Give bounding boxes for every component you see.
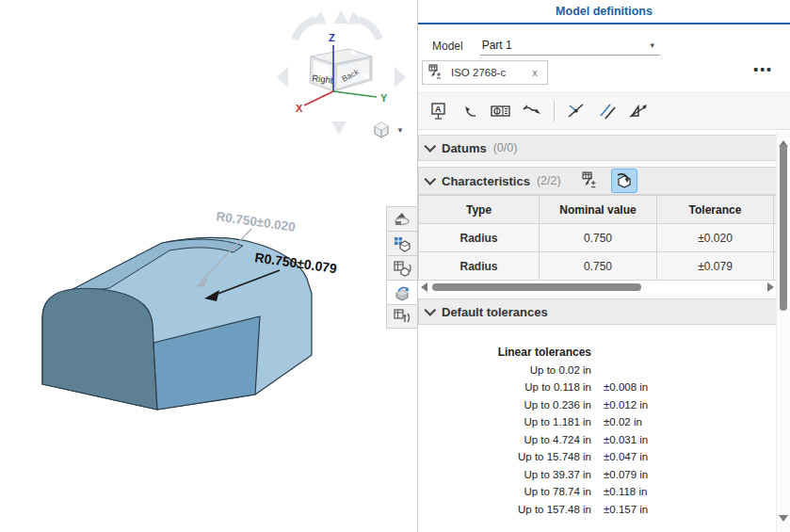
tolerance-value: ±0.008 in	[604, 379, 726, 396]
pmi-toolbar: A	[418, 92, 790, 130]
pan-left-arrow-icon[interactable]	[277, 67, 288, 88]
vertical-scroll-thumb[interactable]	[780, 145, 787, 311]
tolerance-standard-icon[interactable]	[579, 169, 604, 192]
characteristics-actions	[579, 169, 637, 193]
section-characteristics[interactable]: Characteristics (2/2)	[418, 167, 777, 195]
horizontal-scrollbar[interactable]	[418, 282, 777, 293]
auto-characteristic-icon[interactable]	[611, 169, 637, 193]
datums-title: Datums	[442, 141, 487, 155]
tolerance-value: ±0.118 in	[604, 483, 726, 501]
model-dropdown-value: Part 1	[482, 39, 512, 52]
standard-chip-label: ISO 2768-c	[451, 67, 506, 78]
toolbar-separator	[554, 101, 555, 121]
axis-y-label: Y	[380, 92, 388, 104]
definition-table-icon	[393, 259, 411, 278]
tolerance-range: Up to 0.236 in	[418, 396, 591, 414]
view-options-cube-icon	[371, 120, 392, 140]
linear-tolerance-row: Up to 39.37 in±0.079 in	[418, 466, 777, 484]
view-options-button[interactable]: ▼	[371, 119, 411, 141]
vertical-scrollbar[interactable]	[776, 132, 790, 532]
scroll-right-arrow-icon[interactable]	[767, 282, 774, 292]
model-dropdown[interactable]: Part 1 ▼	[480, 37, 660, 56]
feature-control-frame-icon[interactable]	[490, 100, 512, 122]
characteristics-table: Type Nominal value Tolerance Radius 0.75…	[418, 195, 778, 281]
note-leader-icon[interactable]	[521, 100, 543, 122]
tolerance-value: ±0.031 in	[604, 431, 726, 449]
table-header-row: Type Nominal value Tolerance	[419, 196, 778, 224]
linear-tolerance-row: Up to 4.724 in±0.031 in	[418, 431, 777, 449]
axis-x-line	[304, 91, 333, 105]
tolerance-standard-chip[interactable]: ISO 2768-c x	[422, 60, 548, 85]
column-header-type[interactable]: Type	[419, 196, 540, 224]
section-default-tolerances[interactable]: Default tolerances	[418, 298, 777, 325]
linear-tolerances-title: Linear tolerances	[418, 344, 591, 362]
chevron-down-icon	[424, 173, 436, 185]
tab-definition-table[interactable]	[386, 255, 418, 280]
tolerance-value	[604, 362, 726, 379]
tolerance-value: ±0.047 in	[604, 448, 726, 466]
intersection-line-icon[interactable]	[565, 100, 588, 122]
close-icon[interactable]: x	[532, 67, 538, 78]
tolerance-range: Up to 1.181 in	[418, 413, 591, 431]
cell-type[interactable]: Radius	[419, 252, 540, 281]
appearance-icon	[393, 210, 411, 229]
primitives-cube-icon	[393, 234, 411, 253]
tab-appearance[interactable]	[386, 206, 418, 231]
pan-down-arrow-icon[interactable]	[331, 121, 347, 135]
tolerance-value: ±0.02 in	[604, 413, 726, 431]
tab-tolerance-table[interactable]	[386, 304, 418, 329]
cell-tolerance[interactable]: ±0.079	[657, 252, 774, 281]
column-header-nominal[interactable]: Nominal value	[540, 196, 657, 224]
default-tolerances-title: Default tolerances	[442, 305, 548, 319]
linear-tolerance-row: Up to 1.181 in±0.02 in	[418, 413, 777, 431]
section-datums[interactable]: Datums (0/0)	[418, 135, 777, 161]
tolerance-range: Up to 78.74 in	[418, 483, 591, 501]
axis-y-line	[333, 91, 377, 97]
radius-label-1[interactable]: R0.750±0.020	[216, 209, 297, 234]
datum-feature-icon[interactable]: A	[427, 100, 450, 122]
cell-nominal[interactable]: 0.750	[540, 252, 657, 281]
panel-tab-strip	[386, 206, 418, 329]
tolerance-range: Up to 39.37 in	[418, 466, 591, 484]
table-row[interactable]: Radius 0.750 ±0.020	[419, 224, 778, 252]
model-label: Model	[432, 40, 463, 53]
linear-tolerance-row: Up to 0.236 in±0.012 in	[418, 396, 777, 414]
scroll-left-arrow-icon[interactable]	[421, 282, 427, 292]
axis-z-label: Z	[329, 32, 335, 43]
part-end-cap-face[interactable]	[42, 288, 157, 410]
linear-tolerance-row: Up to 0.02 in	[418, 362, 777, 379]
column-header-tolerance[interactable]: Tolerance	[657, 196, 774, 224]
table-row[interactable]: Radius 0.750 ±0.079	[419, 252, 778, 281]
viewcube-corner-dot	[363, 73, 369, 79]
tolerance-standard-icon	[428, 64, 445, 81]
page-title: Model definitions	[556, 5, 653, 18]
pan-up-arrow-icon[interactable]	[333, 10, 348, 24]
linear-tolerance-row: Up to 0.118 in±0.008 in	[418, 379, 777, 396]
cell-nominal[interactable]: 0.750	[540, 224, 657, 252]
model-definition-icon	[393, 283, 411, 302]
datum-target-leader-icon[interactable]	[459, 100, 481, 122]
axis-x-label: X	[296, 103, 303, 114]
pan-right-arrow-icon[interactable]	[395, 67, 406, 88]
tolerance-range: Up to 0.118 in	[418, 379, 591, 396]
parallel-lines-icon[interactable]	[596, 100, 619, 122]
chevron-down-icon	[424, 304, 436, 316]
tolerance-value: ±0.079 in	[604, 466, 726, 484]
tolerance-value: ±0.012 in	[604, 396, 726, 414]
surface-profile-icon[interactable]	[627, 100, 650, 122]
3d-viewport[interactable]: R0.750±0.020 R0.750±0.079	[0, 0, 417, 532]
horizontal-scroll-thumb[interactable]	[432, 283, 641, 291]
linear-tolerance-row: Up to 157.48 in±0.157 in	[418, 501, 777, 519]
cell-tolerance[interactable]: ±0.020	[657, 224, 774, 252]
scroll-down-arrow-icon[interactable]	[779, 515, 788, 526]
model-definitions-panel: Model definitions Model Part 1 ▼ ISO 276…	[417, 0, 790, 532]
tab-primitives[interactable]	[386, 231, 418, 255]
chevron-down-icon: ▼	[649, 41, 656, 50]
panel-header: Model definitions	[418, 0, 790, 24]
svg-text:A: A	[435, 105, 442, 114]
cell-type[interactable]: Radius	[419, 224, 540, 252]
tab-model-definition[interactable]	[386, 280, 418, 304]
tolerance-range: Up to 157.48 in	[418, 501, 591, 519]
overflow-menu-button[interactable]: •••	[753, 62, 773, 77]
datums-count: (0/0)	[493, 141, 518, 154]
